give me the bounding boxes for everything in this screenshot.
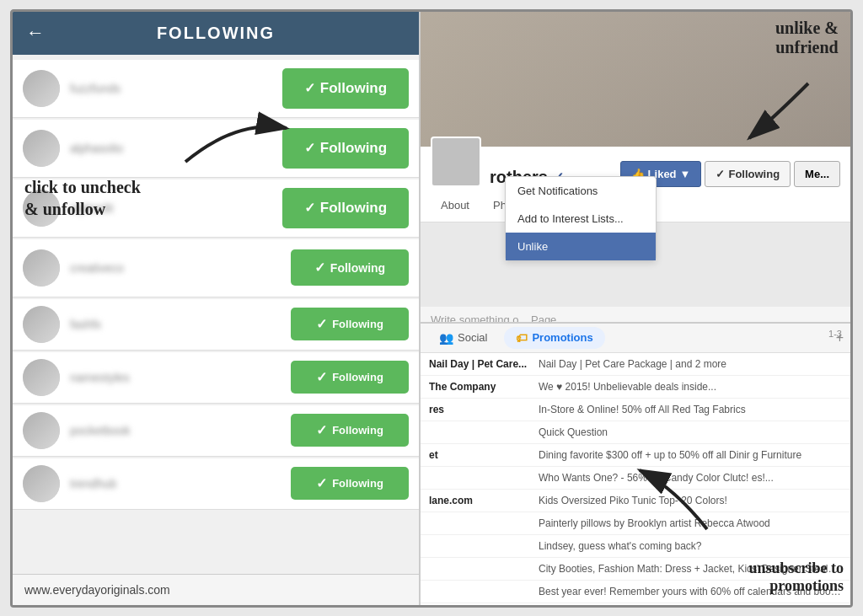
email-item[interactable]: City Booties, Fashion Math: Dress + Jack…	[421, 558, 850, 581]
gmail-panel: 👥 Social 🏷 Promotions + 1-3 Nail Day | P…	[421, 324, 850, 605]
following-button[interactable]: ✓ Following	[282, 128, 409, 169]
following-btn-label: Following	[320, 200, 387, 217]
email-sender: et	[429, 449, 539, 461]
email-sender: lane.com	[429, 495, 539, 506]
avatar	[23, 190, 60, 227]
username-label: creativeco	[70, 261, 291, 275]
website-label: www.everydayoriginals.com	[13, 574, 419, 605]
following-button[interactable]: ✓ Following	[291, 361, 409, 394]
message-button[interactable]: Me...	[794, 161, 840, 187]
checkmark-icon: ✓	[316, 316, 327, 332]
username-label: fuzzfunds	[70, 82, 282, 95]
email-list: Nail Day | Pet Care... Nail Day | Pet Ca…	[421, 353, 850, 605]
email-subject: Quick Question	[539, 426, 842, 438]
email-sender: res	[429, 404, 539, 415]
username-label: pocketbook	[70, 424, 291, 437]
email-item[interactable]: The Company We ♥ 2015! Unbelievable deal…	[421, 376, 850, 399]
checkmark-icon: ✓	[314, 260, 325, 276]
email-subject: Lindsey, guess what's coming back?	[539, 540, 842, 552]
facebook-cover	[421, 12, 850, 147]
email-sender: Nail Day | Pet Care...	[429, 358, 539, 370]
social-icon: 👥	[439, 331, 453, 345]
unlike-item[interactable]: Unlike	[506, 233, 656, 260]
email-subject: City Booties, Fashion Math: Dress + Jack…	[539, 563, 842, 575]
email-item[interactable]: Fight! Freeze! Fly! - Character Inspired…	[421, 603, 850, 605]
email-subject: Who Wants One? - 56% off Candy Color Clu…	[539, 472, 842, 484]
list-item: creativeco ✓ Following	[13, 239, 419, 297]
username-label: alphasolio	[70, 142, 282, 155]
email-item[interactable]: Lindsey, guess what's coming back?	[421, 535, 850, 558]
following-button[interactable]: ✓ Following	[282, 188, 409, 228]
fb-nav-about[interactable]: About	[429, 190, 481, 222]
fb-dropdown-menu: Get Notifications Add to Interest Lists.…	[505, 176, 657, 261]
email-item[interactable]: lane.com Kids Oversized Piko Tunic Top- …	[421, 490, 850, 512]
following-button[interactable]: ✓ Following	[291, 467, 409, 500]
email-subject: Painterly pillows by Brooklyn artist Reb…	[539, 517, 842, 529]
email-item[interactable]: Best year ever! Remember yours with 60% …	[421, 581, 850, 603]
avatar	[23, 306, 60, 343]
email-subject: We ♥ 2015! Unbelievable deals inside...	[539, 381, 842, 393]
instagram-following-panel: ← FOLLOWING fuzzfunds ✓ Following alphas…	[13, 12, 421, 605]
avatar	[23, 249, 60, 287]
following-btn-label: Following	[332, 318, 383, 330]
email-item[interactable]: Who Wants One? - 56% off Candy Color Clu…	[421, 467, 850, 490]
fb-following-button[interactable]: ✓ Following	[705, 161, 791, 187]
following-btn-label: Following	[332, 371, 383, 383]
checkmark-icon: ✓	[304, 80, 315, 96]
add-to-interest-item[interactable]: Add to Interest Lists...	[506, 205, 656, 233]
avatar	[23, 70, 60, 107]
checkmark-icon: ✓	[304, 140, 315, 156]
email-subject: Dining favorite $300 off + up to 50% off…	[539, 449, 842, 461]
promotions-icon: 🏷	[516, 331, 528, 345]
gmail-tabs: 👥 Social 🏷 Promotions +	[421, 324, 850, 353]
list-item: fuzzfunds ✓ Following	[13, 60, 419, 118]
list-item: namestyles ✓ Following	[13, 352, 419, 404]
avatar	[23, 465, 60, 502]
email-item[interactable]: et Dining favorite $300 off + up to 50% …	[421, 444, 850, 467]
page-count: 1-3	[828, 329, 842, 339]
email-subject: Nail Day | Pet Care Package | and 2 more	[539, 358, 842, 370]
checkmark-icon: ✓	[304, 200, 315, 216]
email-item[interactable]: res In-Store & Online! 50% off All Red T…	[421, 399, 850, 421]
check-icon: ✓	[716, 168, 725, 180]
checkmark-icon: ✓	[316, 475, 327, 491]
following-header: ← FOLLOWING	[13, 12, 419, 55]
checkmark-icon: ✓	[316, 369, 327, 385]
social-tab[interactable]: 👥 Social	[427, 327, 499, 349]
email-subject: Kids Oversized Piko Tunic Top- 20 Colors…	[539, 495, 842, 506]
fb-avatar	[431, 137, 481, 187]
header-title: FOLLOWING	[157, 24, 275, 43]
fb-post-placeholder: Write something o... Page...	[421, 307, 850, 324]
email-sender: The Company	[429, 381, 539, 393]
list-item: fashfx ✓ Following	[13, 299, 419, 351]
following-button[interactable]: ✓ Following	[291, 249, 409, 286]
right-panel: rothers ✓ 👍 Liked ▼ ✓ Following	[421, 12, 850, 605]
following-button[interactable]: ✓ Following	[282, 68, 409, 109]
promotions-tab[interactable]: 🏷 Promotions	[504, 327, 604, 349]
email-item[interactable]: Quick Question	[421, 421, 850, 444]
list-item: alphasolio ✓ Following	[13, 120, 419, 178]
avatar	[23, 130, 60, 167]
email-item[interactable]: Nail Day | Pet Care... Nail Day | Pet Ca…	[421, 353, 850, 376]
avatar	[23, 359, 60, 396]
username-label: namestyles	[70, 371, 291, 384]
list-item: pocketbook ✓ Following	[13, 405, 419, 457]
back-arrow-icon[interactable]: ←	[26, 22, 46, 44]
email-subject: Best year ever! Remember yours with 60% …	[539, 586, 842, 597]
following-btn-label: Following	[332, 477, 383, 490]
get-notifications-item[interactable]: Get Notifications	[506, 177, 656, 205]
email-subject: In-Store & Online! 50% off All Red Tag F…	[539, 404, 842, 415]
dropdown-arrow-icon: ▼	[680, 168, 691, 180]
username-label: trendhub	[70, 477, 291, 490]
avatar	[23, 412, 60, 449]
checkmark-icon: ✓	[316, 422, 327, 438]
following-btn-label: Following	[330, 261, 385, 275]
following-button[interactable]: ✓ Following	[291, 414, 409, 447]
following-btn-label: Following	[320, 80, 387, 97]
username-label: styleedit	[70, 201, 282, 215]
email-item[interactable]: Painterly pillows by Brooklyn artist Reb…	[421, 512, 850, 535]
following-list: fuzzfunds ✓ Following alphasolio ✓ Follo…	[13, 55, 419, 574]
facebook-panel: rothers ✓ 👍 Liked ▼ ✓ Following	[421, 12, 850, 324]
following-button[interactable]: ✓ Following	[291, 308, 409, 340]
following-btn-label: Following	[332, 424, 383, 437]
